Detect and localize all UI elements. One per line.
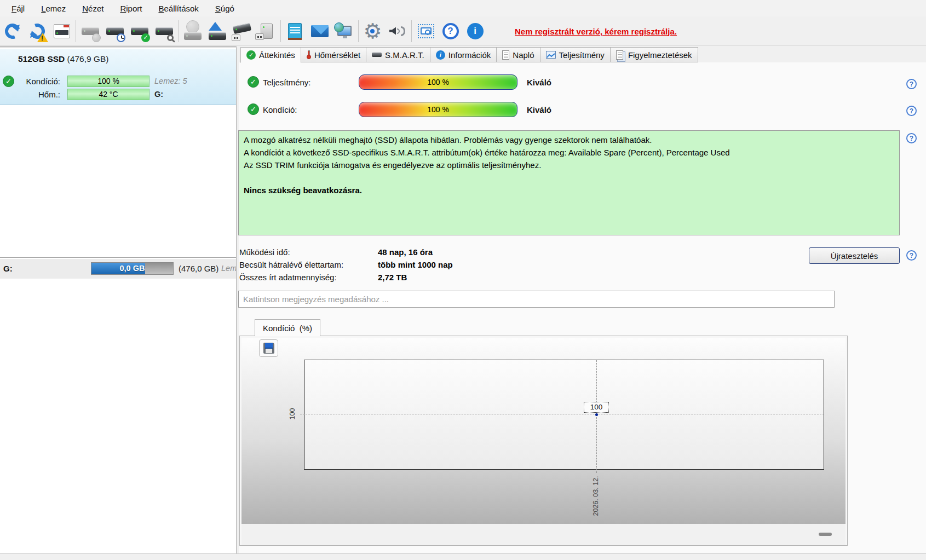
tab-overview[interactable]: ✓Áttekintés [240, 47, 301, 63]
disk-temperature-bar: 42 °C [67, 89, 149, 100]
refresh-icon[interactable] [0, 18, 25, 44]
hard-disk-sentinel-window: Fájl Lemez Nézet Riport Beállítások Súgó… [0, 0, 926, 560]
performance-help-icon[interactable]: ? [906, 79, 917, 89]
menu-disk[interactable]: Lemez [33, 2, 74, 15]
notes-icon[interactable] [283, 18, 307, 44]
chart-gridline-vertical [596, 360, 597, 473]
detect-disk-icon[interactable] [78, 18, 102, 44]
disk-list-sidebar: 512GB SSD (476,9 GB) ✓ Kondíció: 100 % L… [0, 47, 237, 553]
documents-icon [616, 50, 623, 60]
menu-file[interactable]: Fájl [3, 2, 33, 15]
settings-gear-icon[interactable]: ⚙ [360, 18, 385, 44]
health-ok-icon: ✓ [248, 103, 259, 115]
tab-smart[interactable]: S.M.A.R.T. [366, 47, 430, 62]
health-help-icon[interactable]: ? [906, 106, 917, 116]
total-written-value: 2,72 TB [378, 273, 407, 282]
performance-gauge: 100 % [359, 74, 517, 90]
performance-ok-icon: ✓ [248, 76, 259, 88]
thermometer-icon [307, 50, 311, 59]
menu-settings[interactable]: Beállítások [150, 2, 206, 15]
bottom-status-strip [0, 553, 926, 560]
power-on-time-value: 48 nap, 16 óra [378, 247, 433, 257]
tab-performance[interactable]: Teljesítmény [540, 47, 611, 62]
main-tab-bar: ✓Áttekintés Hőmérséklet S.M.A.R.T. iInfo… [241, 47, 698, 62]
screenshot-icon[interactable] [413, 18, 438, 44]
toolbar-separator [411, 20, 412, 42]
disk-ok-icon: ✓ [3, 76, 14, 87]
tab-temperature[interactable]: Hőmérséklet [301, 47, 366, 62]
registration-notice-link[interactable]: Nem regisztrált verzió, kérem regisztrál… [515, 16, 677, 46]
network-monitor-icon[interactable] [332, 18, 356, 44]
disk-number: Lemez: 5 [154, 77, 187, 85]
chart-y-tick-label: 100 [289, 403, 298, 425]
disk-insert-icon[interactable] [254, 18, 279, 44]
drive-icon [372, 53, 382, 57]
chart-bottom-strip [241, 524, 846, 545]
partition-usage-bar: 0,0 GB [91, 262, 174, 275]
toolbar-separator [178, 20, 179, 42]
floppy-disk-icon [263, 343, 274, 354]
document-icon [502, 50, 509, 60]
menu-report[interactable]: Riport [112, 2, 150, 15]
health-label: Kondíció: [263, 105, 297, 114]
disk-list-item-selected[interactable]: 512GB SSD (476,9 GB) ✓ Kondíció: 100 % L… [0, 49, 236, 105]
power-on-time-label: Működési idő: [239, 247, 290, 257]
health-description-line: A kondíciót a következő SSD-specifikus S… [244, 146, 894, 159]
disk-clock-icon[interactable] [102, 18, 127, 44]
partition-used-value: 0,0 GB [91, 263, 173, 274]
menu-bar: Fájl Lemez Nézet Riport Beállítások Súgó [0, 0, 926, 16]
tab-log[interactable]: Napló [496, 47, 540, 62]
tab-information[interactable]: iInformációk [430, 47, 497, 62]
health-description-line: A mozgó alkatrész nélküli meghajtó (SSD)… [244, 134, 894, 146]
information-icon[interactable]: i [463, 18, 487, 44]
chart-icon [546, 51, 556, 59]
remaining-lifetime-label: Becsült hátralévő élettartam: [239, 260, 343, 269]
disk-search-icon[interactable] [152, 18, 176, 44]
disk-temperature-label: Hőm.: [16, 90, 60, 99]
sound-icon[interactable] [385, 18, 410, 44]
chart-x-tick-label: 2026. 03. 12. [592, 471, 601, 521]
toolbar-separator [280, 20, 281, 42]
disk-condition-bar: 100 % [67, 76, 149, 87]
disk-accept-icon[interactable]: ✓ [127, 18, 152, 44]
chart-tab-health[interactable]: Kondíció (%) [255, 319, 320, 336]
retest-button[interactable]: Újratesztelés [809, 247, 900, 264]
tab-alerts[interactable]: Figyelmeztetések [610, 47, 698, 62]
health-description-line: Az SSD TRIM funkciója támogatva és enged… [244, 159, 894, 171]
info-icon: i [436, 50, 445, 60]
help-icon[interactable]: ? [438, 18, 463, 44]
resize-grip-handle[interactable] [819, 533, 832, 536]
save-chart-button[interactable] [259, 339, 278, 357]
disk-title: 512GB SSD (476,9 GB) [18, 54, 108, 64]
report-icon[interactable] [49, 18, 74, 44]
sidebar-divider [0, 257, 236, 258]
total-written-label: Összes írt adatmennyiség: [239, 273, 337, 282]
partition-list-item[interactable]: G: 0,0 GB (476,0 GB) Lemez: 5 [0, 259, 236, 279]
comment-input[interactable] [238, 291, 835, 308]
performance-rating: Kiváló [527, 78, 551, 87]
partition-capacity: (476,0 GB) [179, 264, 218, 273]
disk-connect-icon[interactable] [229, 18, 254, 44]
performance-label: Teljesítmény: [263, 78, 311, 87]
health-advice: Nincs szükség beavatkozásra. [244, 184, 894, 197]
refresh-warning-icon[interactable] [25, 18, 49, 44]
toolbar-separator [76, 20, 76, 42]
menu-help[interactable]: Súgó [207, 2, 243, 15]
eject-disk-icon[interactable] [205, 18, 229, 44]
health-description-box: A mozgó alkatrész nélküli meghajtó (SSD)… [238, 130, 900, 235]
remaining-lifetime-value: több mint 1000 nap [378, 260, 453, 269]
chart-plot-area [304, 360, 824, 470]
overview-check-icon: ✓ [246, 50, 256, 60]
network-disk-icon[interactable] [180, 18, 205, 44]
chart-data-point [595, 413, 598, 416]
menu-view[interactable]: Nézet [74, 2, 112, 15]
health-gauge: 100 % [359, 102, 517, 117]
retest-help-icon[interactable]: ? [906, 250, 917, 261]
description-help-icon[interactable]: ? [906, 133, 917, 143]
toolbar: ✓ ⚙ ? i Nem regisztrált verzió, kérem re… [0, 16, 926, 46]
health-rating: Kiváló [527, 105, 551, 114]
toolbar-separator [358, 20, 359, 42]
email-icon[interactable] [307, 18, 332, 44]
disk-drive-letter: G: [154, 90, 163, 99]
partition-drive-letter: G: [3, 264, 13, 273]
